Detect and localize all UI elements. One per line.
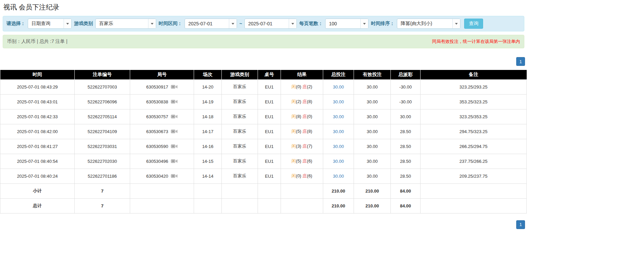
date-to-select[interactable]: 2025-07-01	[244, 19, 297, 29]
range-separator: ~	[239, 21, 242, 26]
video-replay-icon[interactable]	[171, 158, 178, 164]
cell-payout: 28.50	[391, 169, 421, 183]
result-player-score: (5)	[296, 158, 303, 164]
cell-time: 2025-07-01 08:41:27	[0, 139, 75, 154]
cell-total-bet: 30.00	[323, 139, 354, 154]
cell-remark: 294.75/323.25	[421, 124, 527, 139]
result-banker-label: 庄	[303, 99, 307, 104]
cell-result: 闲(3) 庄(7)	[281, 139, 323, 154]
total-bet-link[interactable]: 30.00	[333, 114, 344, 119]
cell-valid-bet: 30.00	[354, 139, 391, 154]
total-bet-link[interactable]: 30.00	[333, 159, 344, 164]
page-1-button[interactable]: 1	[516, 57, 525, 66]
video-replay-icon[interactable]	[171, 84, 178, 90]
cell-round-id: 630530590	[130, 139, 194, 154]
cell-total-bet: 30.00	[323, 109, 354, 124]
cell-time: 2025-07-01 08:40:54	[0, 154, 75, 169]
total-bet-link[interactable]: 30.00	[333, 144, 344, 149]
cell-bet-id: 522622707003	[75, 79, 130, 94]
cell-total-bet: 30.00	[323, 94, 354, 109]
cell-time: 2025-07-01 08:42:00	[0, 124, 75, 139]
sum-cell-3	[194, 183, 222, 198]
table-row: 2025-07-01 08:42:33522622705114630530757…	[0, 109, 527, 124]
result-player-label: 闲	[291, 114, 296, 119]
sum-cell-9: 84.00	[391, 183, 421, 198]
video-replay-icon[interactable]	[171, 114, 178, 119]
total-bet-link[interactable]: 30.00	[333, 174, 344, 179]
result-banker-score: (2)	[307, 84, 312, 89]
summary-info-bar: 币别：人民币 | 总共 :7 注单 | 同局有效投注，统一计算在该局第一张注单内	[3, 35, 524, 48]
cell-session: 14-19	[194, 94, 222, 109]
cell-remark: 323.25/293.25	[421, 79, 527, 94]
sum-cell-6	[281, 183, 323, 198]
col-header-payout: 总派彩	[391, 70, 421, 79]
result-banker-score: (6)	[307, 173, 312, 178]
video-replay-icon[interactable]	[171, 99, 178, 104]
total-bet-link[interactable]: 30.00	[333, 99, 344, 104]
result-player-label: 闲	[291, 84, 296, 89]
round-id-wrap: 630530590	[146, 144, 177, 149]
cell-valid-bet: 30.00	[354, 94, 391, 109]
video-replay-icon[interactable]	[171, 144, 178, 149]
cell-valid-bet: 30.00	[354, 109, 391, 124]
page-size-select[interactable]: 100	[325, 19, 368, 29]
cell-remark: 353.25/323.25	[421, 94, 527, 109]
table-row: 2025-07-01 08:40:24522622701186630530420…	[0, 169, 527, 183]
query-type-select[interactable]: 日期查询	[28, 19, 72, 29]
result-player-score: (0)	[296, 84, 303, 89]
cell-remark: 323.25/353.25	[421, 109, 527, 124]
table-header-row: 时间 注单编号 局号 场次 游戏类别 桌号 结果 总投注 有效投注 总派彩 备注	[0, 70, 527, 79]
cell-payout: 30.00	[391, 109, 421, 124]
page-1-button[interactable]: 1	[516, 220, 525, 229]
cell-game-type: 百家乐	[222, 139, 258, 154]
time-sort-label: 时间排序：	[371, 21, 395, 27]
total-row: 总计7210.00210.0084.00	[0, 198, 527, 213]
col-header-total-bet: 总投注	[323, 70, 354, 79]
result-banker-score: (8)	[307, 99, 312, 104]
cell-payout: -30.00	[391, 94, 421, 109]
col-header-remark: 备注	[421, 70, 527, 79]
cell-result: 闲(5) 庄(6)	[281, 154, 323, 169]
chevron-down-icon	[148, 19, 156, 28]
cell-time: 2025-07-01 08:43:01	[0, 94, 75, 109]
total-bet-link[interactable]: 30.00	[333, 84, 344, 90]
result-banker-score: (8)	[307, 129, 312, 134]
time-sort-select[interactable]: 降冪(由大到小)	[397, 19, 460, 29]
video-replay-icon[interactable]	[171, 129, 178, 134]
col-header-bet-id: 注单编号	[75, 70, 130, 79]
sum-cell-7: 210.00	[323, 183, 354, 198]
cell-time: 2025-07-01 08:42:33	[0, 109, 75, 124]
sum-cell-6	[281, 198, 323, 213]
sum-cell-8: 210.00	[354, 198, 391, 213]
sum-cell-3	[194, 198, 222, 213]
search-button[interactable]: 查询	[464, 19, 483, 29]
notice-text: 同局有效投注，统一计算在该局第一张注单内	[432, 39, 520, 45]
cell-game-type: 百家乐	[222, 154, 258, 169]
cell-remark: 209.25/237.75	[421, 169, 527, 183]
round-id-text: 630530838	[146, 99, 168, 104]
game-type-select[interactable]: 百家乐	[95, 19, 156, 29]
result-player-score: (2)	[296, 99, 303, 104]
date-from-select[interactable]: 2025-07-01	[185, 19, 237, 29]
video-replay-icon[interactable]	[171, 173, 178, 179]
cell-round-id: 630530420	[130, 169, 194, 183]
cell-bet-id: 522622704109	[75, 124, 130, 139]
chevron-down-icon	[452, 19, 460, 28]
cell-bet-id: 522622705114	[75, 109, 130, 124]
result-banker-score: (6)	[307, 158, 312, 164]
page: 视讯 会员下注纪录 请选择： 日期查询 游戏类别 百家乐 时间区间： 2025-…	[0, 0, 644, 229]
cell-time: 2025-07-01 08:40:24	[0, 169, 75, 183]
cell-game-type: 百家乐	[222, 109, 258, 124]
sum-cell-1: 7	[75, 183, 130, 198]
sum-cell-4	[222, 198, 258, 213]
time-range-label: 时间区间：	[159, 21, 182, 27]
cell-round-id: 630530496	[130, 154, 194, 169]
sum-cell-5	[258, 183, 281, 198]
round-id-wrap: 630530757	[146, 114, 177, 119]
result-banker-label: 庄	[303, 84, 307, 89]
total-bet-link[interactable]: 30.00	[333, 129, 344, 134]
col-header-table-no: 桌号	[258, 70, 281, 79]
table-row: 2025-07-01 08:42:00522622704109630530673…	[0, 124, 527, 139]
pagination-bottom: 1	[0, 220, 525, 229]
cell-result: 闲(2) 庄(8)	[281, 94, 323, 109]
